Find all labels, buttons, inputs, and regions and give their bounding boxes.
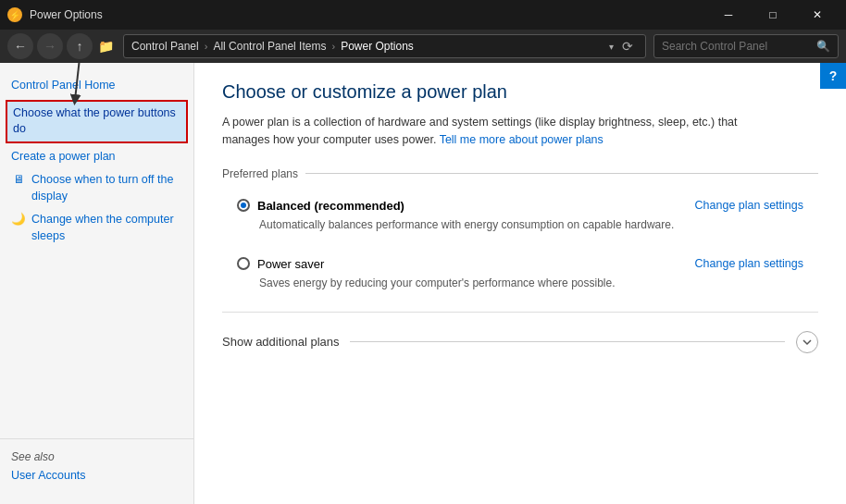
power-options-icon: ⚡ bbox=[7, 7, 22, 22]
sidebar-item-label: Choose what the power buttons do bbox=[13, 105, 180, 138]
page-description: A power plan is a collection of hardware… bbox=[222, 114, 778, 149]
show-plans-line bbox=[350, 341, 785, 342]
display-icon: 🖥 bbox=[11, 173, 26, 188]
plan-item-power-saver: Power saver Change plan settings Saves e… bbox=[222, 246, 818, 301]
help-button[interactable]: ? bbox=[820, 63, 846, 89]
title-bar-controls: ─ □ ✕ bbox=[707, 0, 839, 30]
show-plans-chevron[interactable] bbox=[796, 331, 818, 353]
plan-description-power-saver: Saves energy by reducing your computer's… bbox=[259, 277, 803, 289]
preferred-plans-label: Preferred plans bbox=[222, 167, 818, 180]
breadcrumb-sep-2: › bbox=[331, 41, 335, 52]
sidebar-item-control-panel-home[interactable]: Control Panel Home bbox=[0, 74, 193, 98]
breadcrumb-sep-1: › bbox=[205, 41, 208, 52]
radio-balanced[interactable] bbox=[237, 199, 250, 212]
window-title: Power Options bbox=[30, 8, 103, 21]
plan-name-power-saver: Power saver bbox=[257, 257, 324, 271]
refresh-button[interactable]: ⟳ bbox=[617, 36, 638, 56]
content-area: ? Choose or customize a power plan A pow… bbox=[194, 63, 846, 504]
up-button[interactable]: ↑ bbox=[67, 33, 93, 59]
search-input[interactable] bbox=[662, 40, 813, 53]
see-also-heading: See also bbox=[11, 450, 182, 463]
sidebar: Control Panel Home Choose what the power… bbox=[0, 63, 194, 504]
forward-button[interactable]: → bbox=[37, 33, 63, 59]
user-accounts-link[interactable]: User Accounts bbox=[11, 469, 182, 482]
show-additional-plans-label: Show additional plans bbox=[222, 335, 339, 349]
search-button[interactable]: 🔍 bbox=[816, 40, 830, 53]
plan-header-balanced: Balanced (recommended) Change plan setti… bbox=[237, 199, 803, 213]
sidebar-item-label: Control Panel Home bbox=[11, 78, 182, 94]
title-bar: ⚡ Power Options ─ □ ✕ bbox=[0, 0, 846, 30]
sidebar-item-label: Change when the computer sleeps bbox=[31, 212, 182, 244]
divider bbox=[222, 312, 818, 313]
title-bar-left: ⚡ Power Options bbox=[7, 7, 103, 22]
plan-radio-power-saver[interactable]: Power saver bbox=[237, 257, 324, 271]
breadcrumb-all-items[interactable]: All Control Panel Items bbox=[213, 40, 326, 53]
close-button[interactable]: ✕ bbox=[796, 0, 839, 30]
back-button[interactable]: ← bbox=[7, 33, 33, 59]
plan-radio-balanced[interactable]: Balanced (recommended) bbox=[237, 199, 404, 213]
change-settings-power-saver[interactable]: Change plan settings bbox=[695, 257, 803, 270]
sidebar-nav: Control Panel Home Choose what the power… bbox=[0, 74, 193, 438]
maximize-button[interactable]: □ bbox=[752, 0, 794, 30]
page-title: Choose or customize a power plan bbox=[222, 81, 818, 103]
chevron-down-icon bbox=[802, 337, 813, 348]
address-bar[interactable]: Control Panel › All Control Panel Items … bbox=[123, 34, 646, 58]
main-container: Control Panel Home Choose what the power… bbox=[0, 63, 846, 504]
sidebar-item-change-sleep[interactable]: 🌙 Change when the computer sleeps bbox=[0, 208, 193, 248]
sidebar-item-label: Create a power plan bbox=[11, 149, 182, 166]
learn-more-link[interactable]: Tell me more about power plans bbox=[440, 133, 603, 146]
navigation-bar: ← → ↑ 📁 Control Panel › All Control Pane… bbox=[0, 30, 846, 63]
sleep-icon: 🌙 bbox=[11, 213, 26, 227]
radio-power-saver[interactable] bbox=[237, 257, 250, 270]
sidebar-item-turn-off-display[interactable]: 🖥 Choose when to turn off the display bbox=[0, 168, 193, 208]
minimize-button[interactable]: ─ bbox=[707, 0, 750, 30]
plan-description-balanced: Automatically balances performance with … bbox=[259, 218, 803, 231]
plan-name-balanced: Balanced (recommended) bbox=[257, 199, 404, 213]
breadcrumb-control-panel[interactable]: Control Panel bbox=[131, 40, 199, 53]
sidebar-item-label: Choose when to turn off the display bbox=[31, 172, 182, 204]
sidebar-bottom: See also User Accounts bbox=[0, 438, 193, 493]
change-settings-balanced[interactable]: Change plan settings bbox=[695, 199, 803, 212]
sidebar-item-create-power-plan[interactable]: Create a power plan bbox=[0, 145, 193, 169]
show-additional-plans-row[interactable]: Show additional plans bbox=[222, 324, 818, 361]
search-box[interactable]: 🔍 bbox=[653, 34, 839, 58]
breadcrumb-power-options[interactable]: Power Options bbox=[341, 40, 414, 53]
plan-item-balanced: Balanced (recommended) Change plan setti… bbox=[222, 188, 818, 242]
sidebar-item-power-buttons[interactable]: Choose what the power buttons do bbox=[6, 100, 188, 143]
folder-icon: 📁 bbox=[98, 39, 114, 54]
address-dropdown-icon[interactable]: ▾ bbox=[609, 42, 614, 52]
plan-header-power-saver: Power saver Change plan settings bbox=[237, 257, 803, 271]
